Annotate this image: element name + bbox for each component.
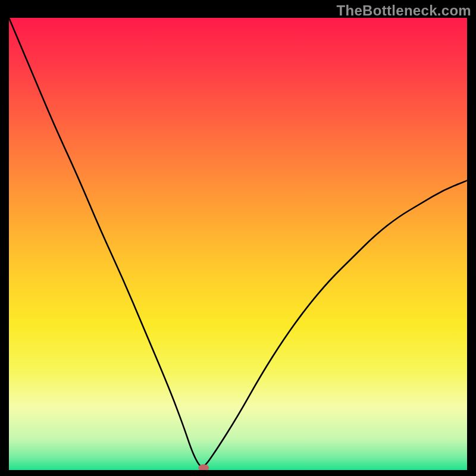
chart-frame: TheBottleneck.com (0, 0, 476, 476)
watermark-text: TheBottleneck.com (337, 2, 471, 19)
plot-area (9, 18, 467, 470)
gradient-background (9, 18, 467, 470)
chart-svg (9, 18, 467, 470)
